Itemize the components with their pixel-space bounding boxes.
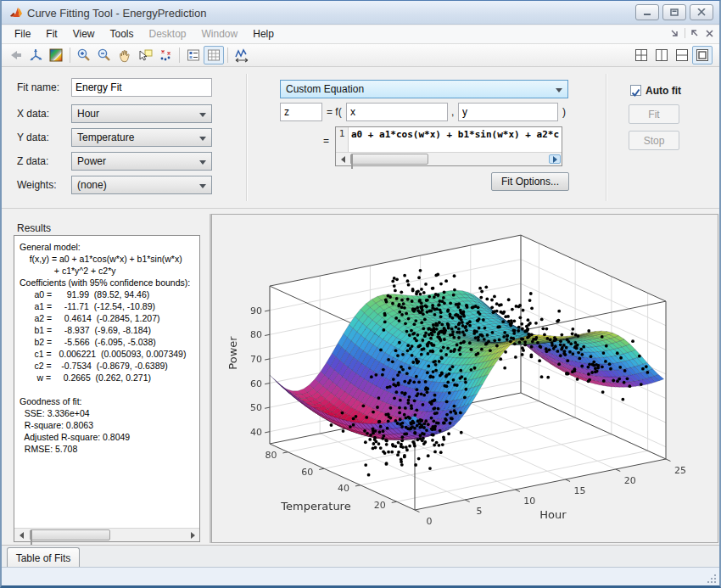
statusbar bbox=[2, 567, 719, 586]
app-window: Curve Fitting Tool - EnergyPrediction Fi… bbox=[0, 0, 721, 588]
fit-type-select[interactable]: Custom Equation bbox=[280, 80, 568, 98]
menu-item-tools[interactable]: Tools bbox=[102, 25, 141, 42]
surface-plot-canvas[interactable] bbox=[216, 215, 712, 540]
weights-label: Weights: bbox=[17, 179, 56, 191]
weights-value: (none) bbox=[77, 179, 107, 191]
results-panel: Results General model: f(x,y) = a0 + a1*… bbox=[6, 214, 211, 543]
chevron-down-icon bbox=[199, 137, 206, 141]
chevron-down-icon bbox=[199, 160, 206, 165]
fit-type-value: Custom Equation bbox=[286, 83, 364, 95]
scrollbar-thumb[interactable] bbox=[350, 154, 428, 165]
colormap-icon[interactable] bbox=[46, 46, 66, 64]
fit-options-button[interactable]: Fit Options... bbox=[491, 172, 569, 191]
zoom-out-icon[interactable] bbox=[94, 46, 115, 64]
fit-name-input[interactable] bbox=[71, 78, 212, 97]
bottom-tab-row: Table of Fits bbox=[2, 545, 719, 567]
panel-separator bbox=[606, 74, 607, 201]
y-data-select[interactable]: Temperature bbox=[71, 128, 212, 147]
main-area: Results General model: f(x,y) = a0 + a1*… bbox=[2, 210, 719, 545]
weights-select[interactable]: (none) bbox=[71, 176, 212, 194]
fit-button[interactable]: Fit bbox=[629, 104, 679, 124]
matlab-logo-icon bbox=[9, 6, 23, 20]
plot-panel bbox=[211, 214, 718, 543]
z-data-select[interactable]: Power bbox=[71, 152, 212, 171]
results-title: Results bbox=[17, 222, 51, 234]
back-icon[interactable] bbox=[5, 46, 25, 64]
resize-grip[interactable] bbox=[706, 573, 716, 583]
layout-single-icon[interactable] bbox=[692, 46, 713, 64]
panel-separator bbox=[246, 74, 248, 201]
pan-icon[interactable] bbox=[115, 46, 135, 64]
independent-y-input[interactable] bbox=[458, 103, 558, 121]
table-of-fits-label: Table of Fits bbox=[16, 552, 71, 564]
table-of-fits-tab[interactable]: Table of Fits bbox=[7, 547, 80, 568]
legend-icon[interactable] bbox=[183, 46, 204, 64]
adjust-axes-limits-icon[interactable] bbox=[232, 46, 252, 64]
auto-fit-checkbox[interactable] bbox=[630, 85, 641, 96]
layout-rows-icon[interactable] bbox=[672, 46, 692, 64]
y-data-label: Y data: bbox=[17, 132, 49, 143]
menu-item-fit[interactable]: Fit bbox=[38, 25, 64, 42]
equals-label: = bbox=[323, 135, 329, 147]
maximize-button[interactable] bbox=[662, 4, 686, 20]
chevron-down-icon bbox=[556, 88, 562, 92]
menu-item-file[interactable]: File bbox=[7, 25, 38, 42]
layout-columns-icon[interactable] bbox=[651, 46, 672, 64]
x-data-value: Hour bbox=[77, 108, 99, 120]
menu-item-help[interactable]: Help bbox=[245, 25, 282, 42]
dependent-variable-input[interactable] bbox=[280, 103, 322, 121]
layout-grid-icon[interactable] bbox=[631, 46, 651, 64]
equation-text[interactable]: a0 + a1*cos(w*x) + b1*sin(w*x) + a2*c bbox=[351, 128, 560, 152]
results-text: General model: f(x,y) = a0 + a1*cos(w*x)… bbox=[20, 241, 196, 521]
paren-close-label: ) bbox=[562, 106, 566, 118]
close-button[interactable] bbox=[690, 4, 713, 20]
scroll-right-icon[interactable] bbox=[187, 530, 198, 540]
menubar: FileFitViewToolsDesktopWindowHelp bbox=[2, 25, 719, 44]
window-title: Curve Fitting Tool - EnergyPrediction bbox=[27, 7, 206, 20]
exclude-outliers-icon[interactable] bbox=[155, 46, 176, 64]
results-hscrollbar[interactable] bbox=[14, 528, 199, 541]
minimize-button[interactable] bbox=[635, 4, 659, 20]
scroll-left-icon[interactable] bbox=[15, 530, 27, 540]
toolbar-separator bbox=[70, 48, 70, 63]
z-data-value: Power bbox=[77, 155, 106, 167]
equation-line-number: 1 bbox=[336, 127, 349, 153]
close-panel-icon[interactable] bbox=[705, 29, 714, 38]
toolbar-separator bbox=[179, 48, 180, 63]
menu-item-window[interactable]: Window bbox=[194, 25, 246, 42]
chevron-down-icon bbox=[199, 113, 206, 117]
equation-editor[interactable]: 1 a0 + a1*cos(w*x) + b1*sin(w*x) + a2*c bbox=[335, 126, 562, 166]
fit-name-label: Fit name: bbox=[17, 81, 59, 93]
x-data-label: X data: bbox=[17, 108, 49, 120]
scroll-left-icon[interactable] bbox=[337, 154, 349, 164]
undock-icon[interactable] bbox=[690, 29, 700, 38]
rotate-3d-icon[interactable] bbox=[25, 46, 46, 64]
dock-icon[interactable] bbox=[670, 29, 679, 38]
auto-fit-label: Auto fit bbox=[646, 85, 681, 97]
scroll-right-icon[interactable] bbox=[549, 154, 561, 164]
toolbar bbox=[2, 44, 719, 67]
stop-button[interactable]: Stop bbox=[629, 131, 679, 150]
fit-options-label: Fit Options... bbox=[501, 176, 559, 188]
menubar-items: FileFitViewToolsDesktopWindowHelp bbox=[7, 25, 282, 42]
grid-icon[interactable] bbox=[204, 46, 224, 64]
f-open-label: = f( bbox=[327, 106, 342, 118]
menu-item-view[interactable]: View bbox=[65, 25, 103, 42]
independent-x-input[interactable] bbox=[346, 103, 448, 121]
menu-item-desktop[interactable]: Desktop bbox=[142, 25, 194, 42]
titlebar[interactable]: Curve Fitting Tool - EnergyPrediction bbox=[2, 1, 719, 25]
close-icon bbox=[697, 8, 706, 16]
stop-button-label: Stop bbox=[644, 135, 665, 147]
equation-hscrollbar[interactable] bbox=[336, 152, 562, 165]
check-icon bbox=[631, 88, 640, 98]
fit-settings-panel: Fit name: X data: Hour Y data: Temperatu… bbox=[2, 67, 719, 209]
results-box[interactable]: General model: f(x,y) = a0 + a1*cos(w*x)… bbox=[14, 235, 200, 542]
toolbar-separator bbox=[227, 48, 228, 63]
scrollbar-thumb[interactable] bbox=[30, 529, 110, 540]
data-cursor-icon[interactable] bbox=[135, 46, 155, 64]
zoom-in-icon[interactable] bbox=[74, 46, 94, 64]
chevron-down-icon bbox=[199, 184, 206, 188]
x-data-select[interactable]: Hour bbox=[71, 104, 212, 123]
maximize-icon bbox=[670, 8, 679, 16]
y-data-value: Temperature bbox=[77, 132, 134, 143]
